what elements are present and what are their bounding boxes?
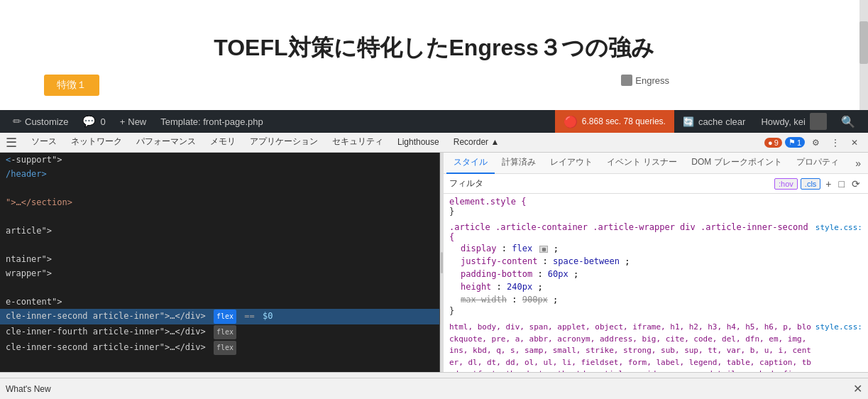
css-source-2[interactable]: style.css: <box>815 223 862 232</box>
howdy-menu[interactable]: Howdy, kei <box>754 110 834 133</box>
tab-sources-label: ソース <box>31 136 57 148</box>
search-button[interactable]: 🔍 <box>834 110 862 133</box>
scrollbar-thumb[interactable] <box>859 21 868 64</box>
rule-header-2: .article .article-container .article-wra… <box>449 222 862 242</box>
engress-logo-text: Engress <box>635 75 669 86</box>
user-avatar <box>810 113 827 130</box>
tab-computed[interactable]: 計算済み <box>495 153 543 174</box>
whats-new-close-button[interactable]: ✕ <box>853 382 862 395</box>
gear-button[interactable]: ⚙ <box>808 136 824 149</box>
new-plus: + <box>120 116 126 127</box>
engress-logo: Engress <box>621 75 669 86</box>
styles-tabs-bar: スタイル 計算済み レイアウト イベント リスナー DOM ブレークポイント プ… <box>444 153 868 174</box>
page-scrollbar[interactable] <box>859 0 868 110</box>
styles-tabs-more[interactable]: » <box>851 158 865 169</box>
html-line: <-support"> <box>0 153 439 167</box>
whats-new-bar: What's New ✕ <box>0 378 868 399</box>
customize-label: Customize <box>25 116 68 127</box>
css-prop-display: display : flex ⊞ ; <box>449 242 862 255</box>
html-line <box>0 280 439 295</box>
tab-layout-label: レイアウト <box>550 156 593 168</box>
html-line: ntainer"> <box>0 252 439 266</box>
tab-computed-label: 計算済み <box>502 156 536 168</box>
add-rule-button[interactable]: + <box>823 178 833 190</box>
css-selector: element.style { <box>449 197 526 207</box>
css-rule-reset: html, body, div, span, applet, object, i… <box>449 322 862 372</box>
flex-layout-icon[interactable]: ⊞ <box>539 246 548 253</box>
devtools-main-area: <-support"> /header> ">…</section> artic… <box>0 153 868 372</box>
more-button[interactable]: ⋮ <box>827 136 844 149</box>
devtools-right-controls: ● 9 ⚑ 1 ⚙ ⋮ ✕ <box>764 136 862 149</box>
tab-memory[interactable]: メモリ <box>203 133 243 153</box>
tab-recorder[interactable]: Recorder ▲ <box>446 133 507 153</box>
css-source-3[interactable]: style.css: <box>815 322 862 332</box>
devtools-top-controls: ☰ ソース ネットワーク パフォーマンス メモリ アプリケーション セキュリティ… <box>0 133 868 153</box>
css-close-brace-2: } <box>449 306 862 316</box>
page-title: TOEFL対策に特化したEngress３つの強み <box>214 33 654 64</box>
tab-sources[interactable]: ソース <box>24 133 64 153</box>
css-selector-2: .article .article-container .article-wra… <box>449 222 815 242</box>
css-rules-area: element.style { } .article .article-cont… <box>444 194 868 372</box>
devtools-hamburger[interactable]: ☰ <box>6 135 17 151</box>
css-rule-element-style: element.style { } <box>449 197 862 217</box>
comment-count-button[interactable]: 💬 0 <box>75 110 112 133</box>
css-selector-3: html, body, div, span, applet, object, i… <box>449 322 815 372</box>
css-prop-height: height : 240px ; <box>449 280 862 293</box>
filter-buttons: :hov .cls + □ ⟳ <box>774 178 862 190</box>
cls-button[interactable]: .cls <box>801 178 821 190</box>
tab-event-listeners[interactable]: イベント リスナー <box>600 153 684 174</box>
customize-button[interactable]: ✏ Customize <box>6 110 75 133</box>
new-button[interactable]: + New <box>113 110 154 133</box>
flex-badge-2: flex <box>214 325 236 339</box>
tab-performance[interactable]: パフォーマンス <box>129 133 203 153</box>
rule-header-3: html, body, div, span, applet, object, i… <box>449 322 862 372</box>
tab-security-label: セキュリティ <box>332 136 383 148</box>
tab-recorder-label: Recorder ▲ <box>454 137 500 147</box>
tab-styles-label: スタイル <box>454 156 488 168</box>
equals-sign: == <box>244 311 254 321</box>
template-text: Template: front-page.php <box>160 116 263 127</box>
feature-badge-button[interactable]: 特徴１ <box>44 75 99 96</box>
dollar-zero: $0 <box>263 311 273 321</box>
html-line: /header> <box>0 167 439 181</box>
search-icon: 🔍 <box>841 115 855 129</box>
css-prop-max-width: max-width : 900px ; <box>449 293 862 306</box>
tab-properties-label: プロパティ <box>796 156 839 168</box>
tab-network[interactable]: ネットワーク <box>64 133 129 153</box>
cache-label: cache clear <box>698 116 745 127</box>
cache-clear-button[interactable]: 🔄 cache clear <box>674 110 754 133</box>
new-label: New <box>128 116 146 127</box>
tab-lighthouse[interactable]: Lighthouse <box>390 133 446 153</box>
engress-logo-icon <box>621 75 632 86</box>
admin-bar-right: 🔴 6.868 sec. 78 queries. 🔄 cache clear H… <box>555 110 862 133</box>
close-devtools-button[interactable]: ✕ <box>847 136 862 149</box>
speed-badge[interactable]: 🔴 6.868 sec. 78 queries. <box>555 110 674 133</box>
tab-event-listeners-label: イベント リスナー <box>607 156 677 168</box>
hov-button[interactable]: :hov <box>774 178 798 190</box>
inspect-button[interactable]: □ <box>837 178 847 190</box>
warning-count: 1 <box>797 138 801 147</box>
warning-icon: ⚑ <box>789 138 796 147</box>
tab-properties[interactable]: プロパティ <box>789 153 846 174</box>
whats-new-label: What's New <box>6 384 51 394</box>
tab-security[interactable]: セキュリティ <box>325 133 390 153</box>
html-line-highlighted[interactable]: cle-inner-second article-inner">…</div> … <box>0 309 439 324</box>
css-close-brace: } <box>449 207 862 217</box>
page-content-area: TOEFL対策に特化したEngress３つの強み 特徴１ Engress <box>0 0 868 110</box>
divider-handle <box>441 252 443 273</box>
html-line: cle-inner-fourth article-inner">…</div> … <box>0 324 439 340</box>
tab-dom-breakpoints-label: DOM ブレークポイント <box>691 156 781 168</box>
cache-icon: 🔄 <box>683 116 694 127</box>
css-rule-article-inner-second: .article .article-container .article-wra… <box>449 222 862 316</box>
warning-badge: ⚑ 1 <box>785 137 805 148</box>
tab-dom-breakpoints[interactable]: DOM ブレークポイント <box>684 153 789 174</box>
speed-label: 6.868 sec. 78 queries. <box>582 116 666 126</box>
flex-badge-3: flex <box>214 341 236 355</box>
refresh-button[interactable]: ⟳ <box>850 178 862 190</box>
template-label: Template: front-page.php <box>153 110 270 133</box>
tab-application[interactable]: アプリケーション <box>243 133 325 153</box>
filter-row: フィルタ :hov .cls + □ ⟳ <box>444 174 868 194</box>
error-badge: ● 9 <box>764 138 782 148</box>
tab-styles[interactable]: スタイル <box>446 153 495 174</box>
tab-layout[interactable]: レイアウト <box>543 153 600 174</box>
